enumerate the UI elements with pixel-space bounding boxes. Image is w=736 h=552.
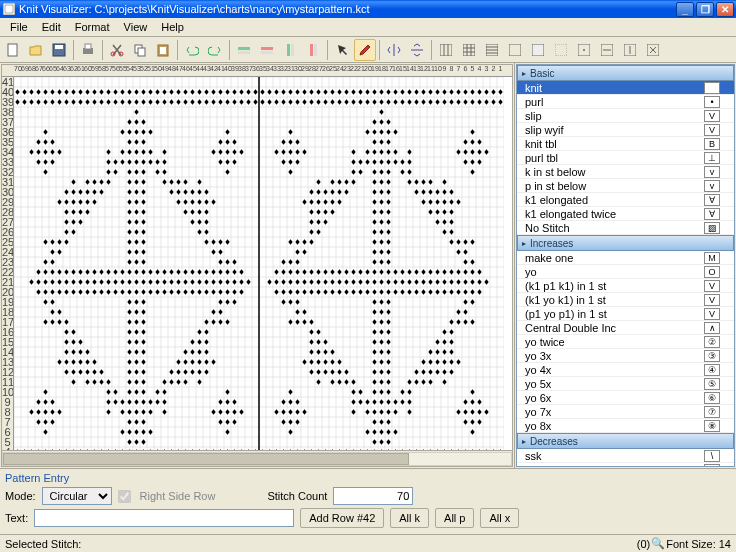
mode-select[interactable]: Circular <box>42 487 112 505</box>
menu-bar: File Edit Format View Help <box>0 18 736 37</box>
expand-icon: ▸ <box>522 69 526 78</box>
stitch-count-input[interactable] <box>333 487 413 505</box>
palette-item[interactable]: purl• <box>517 95 734 109</box>
palette-item[interactable]: yo 8x⑧ <box>517 419 734 433</box>
svg-rect-11 <box>160 47 166 54</box>
svg-rect-18 <box>310 44 313 56</box>
grid10-button[interactable] <box>642 39 664 61</box>
palette-section-header[interactable]: ▸Decreases <box>517 433 734 449</box>
add-row-button[interactable]: Add Row #42 <box>300 508 384 528</box>
svg-rect-20 <box>440 44 452 56</box>
app-icon <box>2 2 16 16</box>
svg-rect-14 <box>261 47 273 50</box>
delete-row-button[interactable] <box>256 39 278 61</box>
insert-col-button[interactable] <box>279 39 301 61</box>
grid7-button[interactable] <box>573 39 595 61</box>
palette-item[interactable]: Central Double Inc∧ <box>517 321 734 335</box>
palette-item[interactable]: (k1 p1 k1) in 1 stV <box>517 279 734 293</box>
flip-h-button[interactable] <box>383 39 405 61</box>
save-button[interactable] <box>48 39 70 61</box>
grid8-button[interactable] <box>596 39 618 61</box>
grid5-button[interactable] <box>527 39 549 61</box>
palette-item[interactable]: make oneM <box>517 251 734 265</box>
svg-rect-25 <box>509 44 521 56</box>
all-x-button[interactable]: All x <box>480 508 519 528</box>
menu-view[interactable]: View <box>117 19 155 35</box>
palette-item[interactable]: p in st belowv <box>517 179 734 193</box>
palette-item[interactable]: yo 7x⑦ <box>517 405 734 419</box>
grid3-button[interactable] <box>481 39 503 61</box>
palette-item[interactable]: yo 3x③ <box>517 349 734 363</box>
palette-item[interactable]: k in st belowv <box>517 165 734 179</box>
menu-edit[interactable]: Edit <box>35 19 68 35</box>
grid4-button[interactable] <box>504 39 526 61</box>
palette-item[interactable]: yoO <box>517 265 734 279</box>
pencil-tool[interactable] <box>354 39 376 61</box>
open-button[interactable] <box>25 39 47 61</box>
palette-item[interactable]: yo 5x⑤ <box>517 377 734 391</box>
grid2-button[interactable] <box>458 39 480 61</box>
palette-item[interactable]: k1 elongated∀ <box>517 193 734 207</box>
grid9-button[interactable] <box>619 39 641 61</box>
svg-point-29 <box>583 49 585 51</box>
menu-help[interactable]: Help <box>154 19 191 35</box>
palette-item[interactable]: purl tbl⊥ <box>517 151 734 165</box>
palette-section-header[interactable]: ▸Basic <box>517 65 734 81</box>
palette-item[interactable]: k1 elongated twice∀ <box>517 207 734 221</box>
palette-item[interactable]: yo 6x⑥ <box>517 391 734 405</box>
palette-item[interactable]: slipV <box>517 109 734 123</box>
palette-item[interactable]: (p1 yo p1) in 1 stV <box>517 307 734 321</box>
svg-rect-5 <box>85 44 91 49</box>
right-side-row-label: Right Side Row <box>140 490 216 502</box>
palette-item[interactable]: slip wyifV <box>517 123 734 137</box>
menu-format[interactable]: Format <box>68 19 117 35</box>
svg-rect-27 <box>555 44 567 56</box>
insert-row-button[interactable] <box>233 39 255 61</box>
ruler-horizontal: 7069686766656463626160595857565554535251… <box>2 65 512 77</box>
palette-item[interactable]: ssk\ <box>517 449 734 463</box>
palette-section-header[interactable]: ▸Increases <box>517 235 734 251</box>
menu-file[interactable]: File <box>3 19 35 35</box>
expand-icon: ▸ <box>522 239 526 248</box>
copy-button[interactable] <box>129 39 151 61</box>
font-size-label: Font Size: 14 <box>666 538 731 550</box>
stitch-palette[interactable]: ▸Basicknitpurl•slipVslip wyifVknit tblBp… <box>516 64 735 467</box>
selected-stitch-label: Selected Stitch: <box>5 538 81 550</box>
close-button[interactable]: ✕ <box>716 2 734 17</box>
title-bar: Knit Visualizer: C:\projects\KnitVisuali… <box>0 0 736 18</box>
scrollbar-horizontal[interactable] <box>2 450 512 466</box>
grid6-button[interactable] <box>550 39 572 61</box>
paste-button[interactable] <box>152 39 174 61</box>
palette-item[interactable]: No Stitch▨ <box>517 221 734 235</box>
text-input[interactable] <box>34 509 294 527</box>
palette-item[interactable]: yo 4x④ <box>517 363 734 377</box>
svg-rect-15 <box>261 51 273 54</box>
svg-rect-17 <box>291 44 294 56</box>
all-p-button[interactable]: All p <box>435 508 474 528</box>
right-side-row-checkbox <box>118 490 131 503</box>
palette-item[interactable]: yo twice② <box>517 335 734 349</box>
grid1-button[interactable] <box>435 39 457 61</box>
palette-item[interactable]: k2tog/ <box>517 463 734 467</box>
minimize-button[interactable]: _ <box>676 2 694 17</box>
all-k-button[interactable]: All k <box>390 508 429 528</box>
chart-grid[interactable] <box>14 77 504 450</box>
delete-col-button[interactable] <box>302 39 324 61</box>
svg-rect-23 <box>463 44 475 56</box>
cut-button[interactable] <box>106 39 128 61</box>
palette-item[interactable]: (k1 yo k1) in 1 stV <box>517 293 734 307</box>
svg-rect-1 <box>8 44 17 56</box>
flip-v-button[interactable] <box>406 39 428 61</box>
svg-rect-9 <box>138 48 145 56</box>
text-label: Text: <box>5 512 28 524</box>
new-button[interactable] <box>2 39 24 61</box>
select-tool[interactable] <box>331 39 353 61</box>
undo-button[interactable] <box>181 39 203 61</box>
palette-item[interactable]: knit <box>517 81 734 95</box>
window-title: Knit Visualizer: C:\projects\KnitVisuali… <box>19 3 676 15</box>
zoom-icon[interactable]: 🔍 <box>650 537 666 550</box>
print-button[interactable] <box>77 39 99 61</box>
maximize-button[interactable]: ❐ <box>696 2 714 17</box>
redo-button[interactable] <box>204 39 226 61</box>
palette-item[interactable]: knit tblB <box>517 137 734 151</box>
